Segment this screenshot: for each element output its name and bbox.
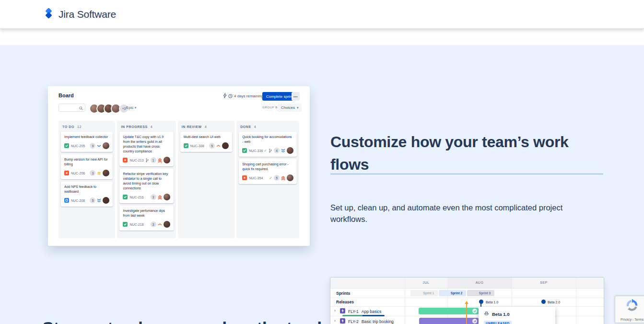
expand-chevron-icon[interactable]: ›: [334, 308, 336, 313]
jira-logo[interactable]: Jira Software: [43, 8, 116, 21]
link-icon: [472, 309, 477, 313]
card-title: Quick booking for accomodations - web: [242, 135, 293, 144]
timeline-bar-epic2[interactable]: [419, 318, 479, 324]
issue-key: NUC-206: [71, 172, 85, 175]
board-column: TO DO12Implement feedback collectorNUC-2…: [59, 121, 115, 238]
expand-chevron-icon[interactable]: ›: [334, 318, 336, 323]
board-card[interactable]: Investigate perfomance dips from last we…: [119, 206, 173, 231]
priority-highest-icon: [158, 195, 162, 199]
branch-icon: [145, 158, 149, 162]
avatar[interactable]: [287, 174, 293, 181]
board-card[interactable]: Refactor stripe verification key validat…: [119, 169, 173, 203]
sprint-pill-future[interactable]: Sprint 3: [467, 290, 494, 296]
issue-key: NUC-208: [71, 199, 85, 202]
recaptcha-privacy-terms[interactable]: Privacy - Terms: [615, 318, 644, 321]
card-title: Bump version for new API for billing: [64, 157, 109, 167]
epic-row-label[interactable]: FLY-2Basic trip booking: [348, 319, 394, 324]
board-card[interactable]: Bump version for new API for billingNUC-…: [61, 154, 113, 179]
task-type-icon: [123, 195, 128, 199]
timeline-bar-epic1[interactable]: [419, 308, 479, 314]
card-title: Investigate perfomance dips from last we…: [123, 208, 170, 218]
sprint-pill-past[interactable]: Sprint 1: [410, 290, 438, 296]
column-header: IN PROGRESS4: [119, 121, 173, 132]
board-card[interactable]: Quick booking for accomodations - webNUC…: [239, 132, 297, 157]
priority-lowest-icon: [97, 198, 101, 203]
release-marker-icon[interactable]: [541, 300, 546, 304]
sprints-row-label: Sprints: [336, 291, 350, 296]
issue-key: NUC-336: [249, 149, 263, 152]
release-label: Beta 2.0: [548, 301, 560, 304]
issue-key: NUC-354: [249, 176, 263, 180]
card-title: Update T&C copy with v1.9 from the write…: [123, 135, 170, 154]
release-label: Beta 1.0: [486, 301, 498, 304]
estimate-badge: 5: [209, 143, 215, 149]
epic-row-label[interactable]: FLY-1App basics: [348, 309, 381, 314]
insights-icon[interactable]: [223, 93, 227, 98]
chevron-down-icon: ▾: [135, 106, 137, 110]
release-status-badge: UNRELEASED: [484, 321, 512, 324]
priority-high-icon: [158, 222, 162, 227]
issue-key: NUC-205: [71, 144, 85, 148]
chevron-down-icon: ▾: [297, 106, 299, 110]
month-label: AUG: [447, 281, 512, 284]
bug-type-icon: [123, 158, 128, 162]
month-label: JUL: [405, 281, 447, 284]
estimate-badge: 9: [90, 143, 95, 149]
board-card[interactable]: Multi-dest search UI webNUC-3385: [180, 132, 232, 152]
section-description: Set up, clean up, and automate even the …: [330, 202, 592, 225]
avatar[interactable]: [287, 147, 293, 154]
estimate-badge: 3: [151, 221, 156, 227]
board-column: IN PROGRESS4Update T&C copy with v1.9 fr…: [117, 121, 176, 238]
board-card[interactable]: Shoping cart purchasing error - quick fi…: [239, 159, 297, 184]
epic-type-icon: [340, 318, 345, 324]
column-header: IN REVIEW4: [180, 121, 232, 132]
board-card[interactable]: Add NPS feedback to wallboardNUC-2085: [61, 182, 113, 207]
avatar[interactable]: [222, 142, 229, 149]
story-type-icon: [64, 198, 69, 203]
epic-type-icon: [340, 308, 345, 313]
group-by-dropdown[interactable]: Choices▾: [278, 104, 302, 112]
board-card[interactable]: Implement feedback collectorNUC-2059: [61, 132, 113, 152]
card-title: Shoping cart purchasing error - quick fi…: [242, 162, 293, 172]
avatar[interactable]: [164, 221, 170, 228]
board-title: Board: [59, 93, 74, 98]
bug-type-icon: [64, 171, 69, 175]
priority-lowest-icon: [281, 149, 285, 153]
avatar[interactable]: [164, 157, 170, 163]
releases-row-label: Releases: [336, 300, 354, 304]
priority-highest-icon: [158, 158, 162, 162]
tooltip-release-name: Beta 1.0: [492, 312, 509, 317]
recaptcha-badge[interactable]: Privacy - Terms: [615, 296, 644, 323]
card-title: Multi-dest search UI web: [184, 135, 229, 139]
avatar-group[interactable]: +3: [89, 104, 129, 114]
sprint-pill-active[interactable]: Sprint 2: [439, 290, 466, 296]
column-header: DONE4: [239, 121, 297, 132]
section-heading: Customize how your team’s work flows: [330, 131, 599, 176]
branch-icon: [269, 149, 272, 153]
board-card[interactable]: Update T&C copy with v1.9 from the write…: [119, 132, 173, 166]
column-header: TO DO12: [61, 121, 113, 132]
timeline-screenshot: JUL AUG SEP Sprints Releases Sprint 1 Sp…: [330, 277, 604, 324]
clock-icon: [228, 94, 233, 98]
avatar[interactable]: [164, 194, 170, 200]
avatar[interactable]: [103, 170, 109, 176]
jira-diamond-icon: [43, 8, 54, 21]
search-icon: [79, 104, 83, 112]
board-search-input[interactable]: [59, 104, 85, 112]
board-more-button[interactable]: •••: [292, 92, 300, 101]
epic-progress-bar: [342, 315, 385, 316]
site-header: Jira Software: [0, 0, 644, 29]
epic-filter-dropdown[interactable]: Epic ▾: [126, 105, 136, 110]
done-check-icon: ✓: [264, 149, 267, 153]
board-column: DONE4Quick booking for accomodations - w…: [236, 121, 299, 238]
estimate-badge: 4: [274, 148, 280, 153]
link-icon: [472, 319, 477, 324]
avatar[interactable]: [103, 197, 109, 204]
task-type-icon: [64, 143, 69, 148]
task-type-icon: [242, 148, 247, 153]
issue-key: NUC-218: [129, 223, 143, 226]
board-column: IN REVIEW4Multi-dest search UI webNUC-33…: [178, 121, 234, 238]
avatar[interactable]: [103, 142, 109, 149]
issue-key: NUC-338: [190, 144, 204, 148]
priority-medium-icon: [97, 171, 101, 175]
